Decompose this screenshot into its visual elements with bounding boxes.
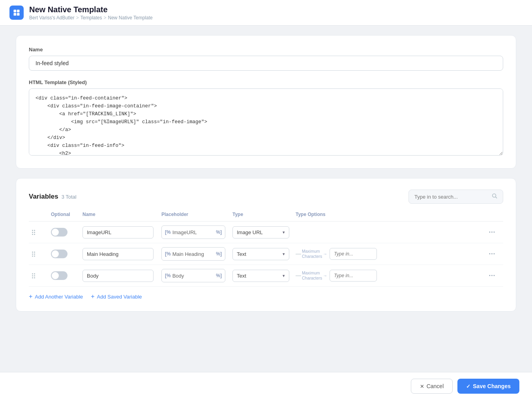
save-changes-button[interactable]: ✓ Save Changes bbox=[457, 379, 519, 394]
type-cell-1: Image URL ▾ bbox=[232, 226, 296, 238]
page-footer: ✕ Cancel ✓ Save Changes bbox=[0, 372, 532, 400]
name-cell-3 bbox=[82, 270, 161, 282]
placeholder-value-1: ImageURL bbox=[172, 229, 215, 235]
placeholder-close-bracket-2: %] bbox=[216, 251, 222, 257]
type-label-3: Text bbox=[237, 273, 246, 279]
breadcrumb-sep-2: > bbox=[104, 15, 107, 21]
x-icon: ✕ bbox=[420, 383, 424, 389]
html-template-textarea[interactable]: <div class="in-feed-container"> <div cla… bbox=[29, 88, 503, 156]
max-chars-line-3: Maximum Characters → bbox=[296, 270, 327, 280]
name-input[interactable] bbox=[29, 56, 503, 71]
col-type: Type bbox=[232, 212, 296, 217]
col-drag bbox=[32, 212, 51, 217]
svg-rect-0 bbox=[14, 10, 17, 13]
more-menu-1[interactable]: ··· bbox=[484, 229, 500, 236]
drag-handle-2[interactable] bbox=[32, 252, 51, 257]
chevron-down-icon-3: ▾ bbox=[283, 273, 285, 278]
chevron-down-icon-1: ▾ bbox=[283, 230, 285, 235]
toggle-switch-3[interactable] bbox=[51, 271, 67, 280]
type-options-cell-2: Maximum Characters → bbox=[296, 248, 484, 260]
placeholder-close-bracket-1: %] bbox=[216, 229, 222, 235]
more-icon-3: ··· bbox=[489, 272, 495, 279]
svg-rect-2 bbox=[14, 13, 17, 16]
svg-line-5 bbox=[496, 197, 497, 199]
toggle-optional-1[interactable] bbox=[51, 228, 82, 237]
type-select-2[interactable]: Text ▾ bbox=[232, 248, 289, 260]
drag-handle[interactable] bbox=[32, 230, 51, 235]
col-actions bbox=[484, 212, 500, 217]
variable-name-input-2[interactable] bbox=[82, 248, 154, 260]
breadcrumb: Bert Variss's AdButler > Templates > New… bbox=[29, 15, 153, 21]
dash-line-3 bbox=[296, 276, 301, 276]
template-form-card: Name HTML Template (Styled) <div class="… bbox=[16, 35, 516, 169]
max-chars-input-3[interactable] bbox=[330, 270, 377, 282]
max-chars-line-2: Maximum Characters → bbox=[296, 249, 327, 259]
plus-icon-add-another: + bbox=[29, 293, 32, 300]
svg-point-4 bbox=[493, 194, 496, 197]
table-row: [% Main Heading %] Text ▾ Maximum bbox=[29, 243, 503, 265]
breadcrumb-sep-1: > bbox=[76, 15, 79, 21]
table-row: [% ImageURL %] Image URL ▾ ··· bbox=[29, 222, 503, 243]
add-saved-variable-button[interactable]: + Add Saved Variable bbox=[91, 293, 142, 300]
variables-title-area: Variables 3 Total bbox=[29, 193, 77, 201]
variables-card: Variables 3 Total Optional Name Placehol… bbox=[16, 178, 516, 312]
max-chars-label-2: Maximum bbox=[302, 249, 320, 254]
page-title: New Native Template bbox=[29, 5, 153, 14]
variables-title: Variables bbox=[29, 193, 58, 201]
arrow-right-icon-3: → bbox=[323, 273, 327, 278]
table-row: [% Body %] Text ▾ Maximum Chara bbox=[29, 265, 503, 287]
name-cell-2 bbox=[82, 248, 161, 260]
placeholder-open-bracket-3: [% bbox=[165, 273, 171, 278]
more-menu-3[interactable]: ··· bbox=[484, 272, 500, 279]
type-label-2: Text bbox=[237, 251, 246, 257]
toggle-switch-1[interactable] bbox=[51, 228, 67, 237]
more-icon-2: ··· bbox=[489, 250, 495, 257]
save-label: Save Changes bbox=[473, 383, 511, 389]
variable-name-input-1[interactable] bbox=[82, 226, 154, 238]
check-icon: ✓ bbox=[466, 383, 470, 389]
arrow-right-icon-2: → bbox=[323, 252, 327, 256]
breadcrumb-templates[interactable]: Templates bbox=[81, 15, 102, 21]
type-select-3[interactable]: Text ▾ bbox=[232, 270, 289, 282]
placeholder-cell-3: [% Body %] bbox=[161, 269, 232, 282]
add-another-label: Add Another Variable bbox=[35, 294, 83, 300]
cancel-label: Cancel bbox=[427, 383, 444, 389]
max-chars-label-3b: Characters bbox=[302, 276, 322, 281]
max-chars-area-2: Maximum Characters → bbox=[296, 248, 484, 260]
type-select-1[interactable]: Image URL ▾ bbox=[232, 226, 289, 238]
placeholder-close-bracket-3: %] bbox=[216, 273, 222, 278]
name-label: Name bbox=[29, 47, 503, 53]
placeholder-value-3: Body bbox=[172, 273, 215, 279]
html-template-label: HTML Template (Styled) bbox=[29, 79, 503, 85]
placeholder-box-3: [% Body %] bbox=[161, 269, 225, 282]
drag-handle-3[interactable] bbox=[32, 273, 51, 278]
placeholder-cell-1: [% ImageURL %] bbox=[161, 225, 232, 239]
variables-search-input[interactable] bbox=[414, 194, 489, 200]
max-chars-label-3: Maximum bbox=[302, 270, 320, 276]
svg-rect-1 bbox=[17, 10, 20, 13]
dash-line-2 bbox=[296, 254, 301, 254]
placeholder-value-2: Main Heading bbox=[172, 251, 215, 257]
toggle-optional-3[interactable] bbox=[51, 271, 82, 280]
variable-name-input-3[interactable] bbox=[82, 270, 154, 282]
placeholder-box-2: [% Main Heading %] bbox=[161, 247, 225, 261]
more-icon-1: ··· bbox=[489, 229, 495, 236]
breadcrumb-account: Bert Variss's AdButler bbox=[29, 15, 75, 21]
max-chars-input-2[interactable] bbox=[330, 248, 377, 260]
footer-spacer bbox=[16, 321, 516, 345]
svg-rect-3 bbox=[17, 13, 20, 16]
add-another-variable-button[interactable]: + Add Another Variable bbox=[29, 293, 83, 300]
cancel-button[interactable]: ✕ Cancel bbox=[411, 379, 453, 394]
type-cell-3: Text ▾ bbox=[232, 270, 296, 282]
col-optional: Optional bbox=[51, 212, 82, 217]
name-cell-1 bbox=[82, 226, 161, 238]
more-menu-2[interactable]: ··· bbox=[484, 250, 500, 257]
breadcrumb-current: New Native Template bbox=[108, 15, 153, 21]
type-label-1: Image URL bbox=[237, 229, 263, 235]
variables-search-box[interactable] bbox=[408, 190, 503, 204]
col-type-options: Type Options bbox=[296, 212, 484, 217]
toggle-switch-2[interactable] bbox=[51, 250, 67, 258]
placeholder-open-bracket-1: [% bbox=[165, 229, 171, 235]
html-template-group: HTML Template (Styled) <div class="in-fe… bbox=[29, 79, 503, 157]
toggle-optional-2[interactable] bbox=[51, 250, 82, 258]
